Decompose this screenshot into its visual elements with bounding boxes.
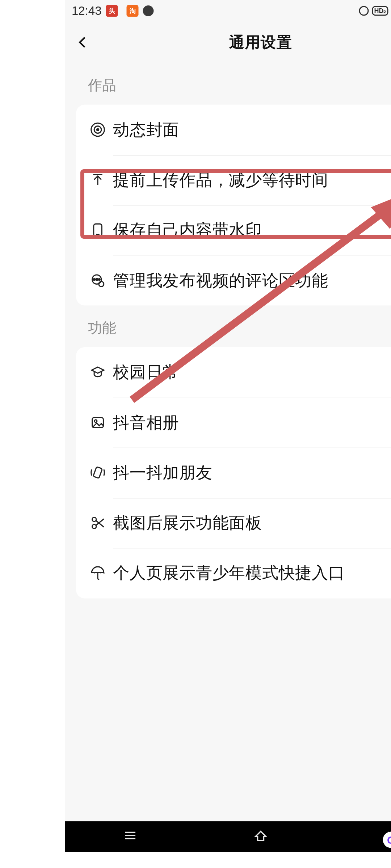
row-label: 抖音相册: [113, 412, 391, 434]
svg-point-9: [98, 278, 100, 280]
row-label: 抖一抖加朋友: [113, 462, 391, 484]
dynamic-cover-icon: [87, 122, 109, 138]
notification-dot-icon: [143, 5, 154, 16]
row-comment-mgmt[interactable]: 管理我发布视频的评论区功能: [76, 255, 391, 306]
svg-line-17: [96, 519, 104, 525]
screen: 12:43 头 淘 HD₂ G 5G 79 通用设置: [65, 0, 391, 852]
svg-point-10: [99, 281, 104, 286]
row-campus[interactable]: 校园日常: [76, 347, 391, 397]
app-icon-toutiao: 头: [106, 5, 118, 17]
nav-home-button[interactable]: [253, 827, 269, 846]
card-works: 动态封面 提前上传作品，减少等待时间 保存自己内容带水印 管理我发布视频的评论区…: [76, 105, 391, 306]
row-label: 校园日常: [113, 361, 391, 383]
row-pre-upload[interactable]: 提前上传作品，减少等待时间: [76, 155, 391, 205]
svg-point-2: [97, 129, 99, 131]
row-label: 动态封面: [113, 119, 391, 141]
comment-settings-icon: [87, 272, 109, 289]
upload-icon: [87, 172, 109, 188]
row-label: 截图后展示功能面板: [113, 512, 391, 534]
umbrella-icon: [87, 565, 109, 581]
row-shake[interactable]: 抖一抖加朋友: [76, 448, 391, 498]
section-label-features: 功能: [65, 306, 391, 348]
row-label: 个人页展示青少年模式快捷入口: [113, 562, 391, 584]
app-icon-taobao: 淘: [127, 5, 139, 17]
page-title: 通用设置: [229, 32, 292, 53]
row-label: 管理我发布视频的评论区功能: [113, 269, 391, 292]
status-bar: 12:43 头 淘 HD₂ G 5G 79: [65, 0, 391, 22]
section-label-works: 作品: [65, 63, 391, 105]
status-right: HD₂ G 5G 79: [359, 3, 391, 19]
row-dynamic-cover[interactable]: 动态封面: [76, 105, 391, 155]
svg-point-7: [96, 278, 98, 281]
nav-recent-button[interactable]: [122, 827, 139, 846]
svg-point-12: [94, 420, 97, 422]
back-button[interactable]: [72, 31, 93, 53]
row-label: 提前上传作品，减少等待时间: [113, 169, 391, 191]
chevron-left-icon: [76, 36, 89, 49]
row-teen-mode[interactable]: 个人页展示青少年模式快捷入口: [76, 548, 391, 598]
graduation-cap-icon: [87, 364, 109, 380]
alarm-icon: [359, 6, 369, 16]
row-save-watermark[interactable]: 保存自己内容带水印: [76, 205, 391, 255]
android-nav-bar: [65, 821, 391, 852]
status-left: 12:43 头 淘: [72, 4, 154, 18]
svg-rect-13: [93, 467, 102, 478]
svg-point-8: [93, 278, 95, 280]
nav-back-button[interactable]: [383, 827, 391, 846]
row-label: 保存自己内容带水印: [113, 219, 391, 241]
status-time: 12:43: [72, 4, 102, 18]
card-features: 校园日常 抖音相册 抖一抖加朋友 截图后展示功能面板: [76, 347, 391, 598]
shake-icon: [87, 464, 109, 481]
app-header: 通用设置: [65, 22, 391, 63]
row-screenshot[interactable]: 截图后展示功能面板: [76, 498, 391, 548]
phone-icon: [87, 222, 109, 238]
hd-badge: HD₂: [372, 6, 388, 16]
scissors-icon: [87, 515, 109, 531]
svg-line-16: [96, 520, 104, 527]
image-icon: [87, 414, 109, 431]
row-album[interactable]: 抖音相册: [76, 397, 391, 448]
